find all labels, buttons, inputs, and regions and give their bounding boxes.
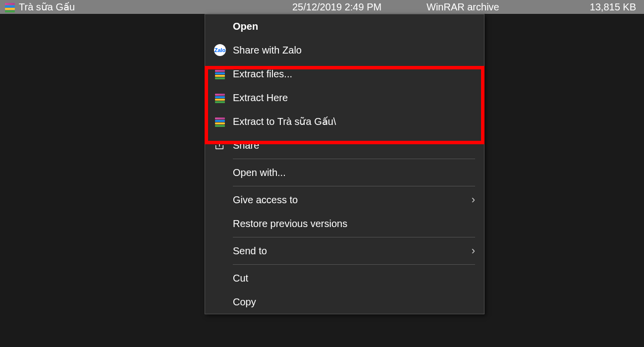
menu-item-share[interactable]: Share	[205, 133, 484, 157]
menu-label: Extract files...	[230, 68, 475, 80]
menu-item-extract-here[interactable]: Extract Here	[205, 86, 484, 110]
menu-separator	[233, 237, 475, 237]
menu-separator	[233, 186, 475, 186]
file-type-label: WinRAR archive	[427, 1, 499, 13]
winrar-archive-icon	[4, 2, 16, 12]
chevron-right-icon: ›	[472, 244, 475, 257]
menu-label: Give access to	[230, 194, 472, 206]
menu-item-give-access[interactable]: Give access to ›	[205, 188, 484, 212]
menu-label: Open with...	[230, 167, 475, 178]
zalo-icon: Zalo	[214, 44, 230, 56]
chevron-right-icon: ›	[472, 193, 475, 206]
file-name-cell: Trà sữa Gấu	[4, 1, 75, 13]
menu-item-open[interactable]: Open	[205, 14, 484, 38]
file-date-label: 25/12/2019 2:49 PM	[292, 1, 381, 13]
menu-label: Copy	[230, 296, 475, 308]
menu-item-extract-to[interactable]: Extract to Trà sữa Gấu\	[205, 110, 484, 133]
menu-item-copy[interactable]: Copy	[205, 290, 484, 314]
menu-label: Share	[230, 140, 475, 151]
winrar-icon	[214, 69, 230, 79]
menu-label: Open	[230, 21, 475, 32]
winrar-icon	[214, 116, 230, 126]
menu-item-restore-versions[interactable]: Restore previous versions	[205, 212, 484, 235]
menu-item-send-to[interactable]: Send to ›	[205, 239, 484, 263]
menu-separator	[233, 159, 475, 159]
menu-label: Cut	[230, 273, 475, 284]
menu-label: Restore previous versions	[230, 218, 475, 230]
menu-item-share-zalo[interactable]: Zalo Share with Zalo	[205, 38, 484, 62]
menu-item-extract-files[interactable]: Extract files...	[205, 62, 484, 86]
share-icon	[214, 139, 230, 151]
menu-label: Extract Here	[230, 92, 475, 104]
winrar-icon	[214, 93, 230, 103]
context-menu: Open Zalo Share with Zalo Extract files.…	[205, 14, 484, 314]
menu-item-open-with[interactable]: Open with...	[205, 161, 484, 184]
menu-item-cut[interactable]: Cut	[205, 266, 484, 290]
file-row[interactable]: Trà sữa Gấu 25/12/2019 2:49 PM WinRAR ar…	[0, 0, 644, 14]
menu-separator	[233, 264, 475, 265]
file-size-label: 13,815 KB	[590, 1, 636, 13]
file-name-label: Trà sữa Gấu	[19, 1, 75, 13]
menu-label: Send to	[230, 245, 472, 257]
menu-label: Extract to Trà sữa Gấu\	[230, 116, 475, 127]
menu-label: Share with Zalo	[230, 45, 475, 56]
